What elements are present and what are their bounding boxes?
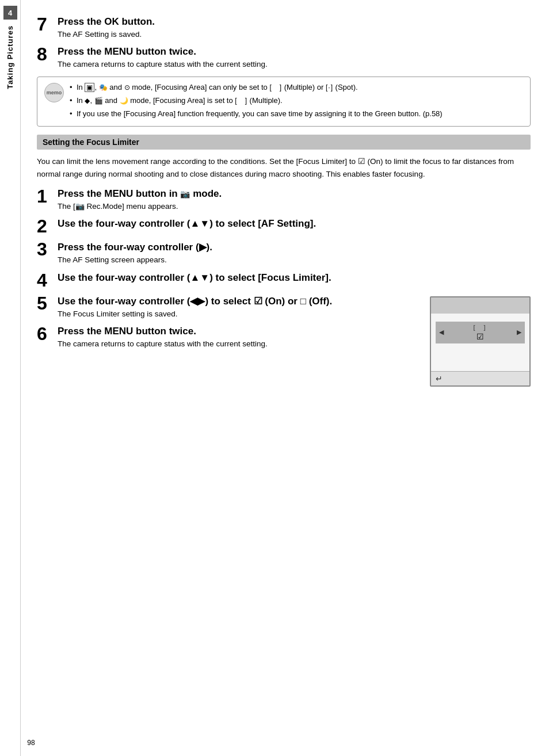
screen-selector-row: ◀ [ ] ☑ ▶ (436, 322, 525, 343)
memo-bullet-1: In ▣, 🎭 and ⊙ mode, [Focusing Area] can … (70, 82, 443, 93)
screen-bracket-and-check: [ ] ☑ (473, 324, 487, 341)
main-content: 7 Press the OK button. The AF Setting is… (21, 0, 549, 756)
memo-icon: memo (44, 83, 64, 102)
step-4-number: 4 (37, 271, 58, 289)
page-number: 98 (21, 739, 41, 747)
step-7-content: Press the OK button. The AF Setting is s… (58, 16, 531, 40)
screen-arrow-left: ◀ (439, 329, 444, 336)
steps-5-6-text: 5 Use the four-way controller (◀▶) to se… (37, 295, 421, 356)
step-6-body: The camera returns to capture status wit… (58, 338, 421, 350)
step-2-content: Use the four-way controller (▲▼) to sele… (58, 218, 531, 231)
memo-bullet-2: In ◆, 🎬 and 🌙 mode, [Focusing Area] is s… (70, 95, 443, 106)
step-1: 1 Press the MENU button in 📷 mode. The [… (37, 188, 531, 212)
section-intro: You can limit the lens movement range ac… (37, 155, 531, 180)
step-8-content: Press the MENU button twice. The camera … (58, 46, 531, 70)
back-icon: ↵ (436, 374, 443, 383)
step-4-content: Use the four-way controller (▲▼) to sele… (58, 272, 531, 285)
step-6-content: Press the MENU button twice. The camera … (58, 326, 421, 350)
step-2-number: 2 (37, 217, 58, 235)
screen-bracket: [ ] (473, 324, 487, 331)
memo-bullet-3: If you use the [Focusing Area] function … (70, 108, 443, 120)
screen-arrow-right: ▶ (517, 329, 521, 336)
step-1-body: The [📷 Rec.Mode] menu appears. (58, 201, 531, 212)
step-5-content: Use the four-way controller (◀▶) to sele… (58, 295, 421, 320)
section-header: Setting the Focus Limiter (37, 135, 531, 150)
step-3-content: Press the four-way controller (▶). The A… (58, 241, 531, 266)
screen-body: ◀ [ ] ☑ ▶ (431, 314, 529, 371)
step-1-content: Press the MENU button in 📷 mode. The [📷 … (58, 188, 531, 212)
step-8: 8 Press the MENU button twice. The camer… (37, 46, 531, 70)
step-3: 3 Press the four-way controller (▶). The… (37, 241, 531, 266)
step-4: 4 Use the four-way controller (▲▼) to se… (37, 272, 531, 289)
step-7: 7 Press the OK button. The AF Setting is… (37, 16, 531, 40)
step-8-title: Press the MENU button twice. (58, 46, 531, 58)
memo-text: In ▣, 🎭 and ⊙ mode, [Focusing Area] can … (70, 82, 443, 121)
step-5: 5 Use the four-way controller (◀▶) to se… (37, 295, 421, 320)
step-8-body: The camera returns to capture status wit… (58, 59, 531, 70)
camera-screen: ◀ [ ] ☑ ▶ ↵ (430, 296, 531, 387)
step-6-title: Press the MENU button twice. (58, 326, 421, 337)
step-1-number: 1 (37, 187, 58, 205)
step-5-body: The Focus Limiter setting is saved. (58, 308, 421, 320)
step-3-body: The AF Setting screen appears. (58, 254, 531, 266)
step-7-number: 7 (37, 15, 58, 33)
side-tab: 4 Taking Pictures (0, 0, 21, 756)
step-2: 2 Use the four-way controller (▲▼) to se… (37, 218, 531, 235)
step-6-number: 6 (37, 324, 58, 343)
step-5-number: 5 (37, 294, 58, 312)
step-3-title: Press the four-way controller (▶). (58, 241, 531, 253)
steps-5-6-with-image: 5 Use the four-way controller (◀▶) to se… (37, 295, 531, 387)
memo-box: memo In ▣, 🎭 and ⊙ mode, [Focusing Area]… (37, 77, 531, 127)
step-3-number: 3 (37, 240, 58, 258)
step-7-body: The AF Setting is saved. (58, 29, 531, 40)
screen-top-bar (431, 297, 529, 314)
step-8-number: 8 (37, 45, 58, 63)
screen-check: ☑ (476, 332, 484, 341)
chapter-label: Taking Pictures (6, 25, 14, 89)
step-7-title: Press the OK button. (58, 16, 531, 28)
step-6: 6 Press the MENU button twice. The camer… (37, 326, 421, 350)
screen-bottom-bar: ↵ (431, 371, 529, 385)
step-1-title: Press the MENU button in 📷 mode. (58, 188, 531, 200)
step-5-title: Use the four-way controller (◀▶) to sele… (58, 295, 421, 307)
step-4-title: Use the four-way controller (▲▼) to sele… (58, 272, 531, 284)
step-2-title: Use the four-way controller (▲▼) to sele… (58, 218, 531, 230)
chapter-number: 4 (3, 6, 17, 20)
